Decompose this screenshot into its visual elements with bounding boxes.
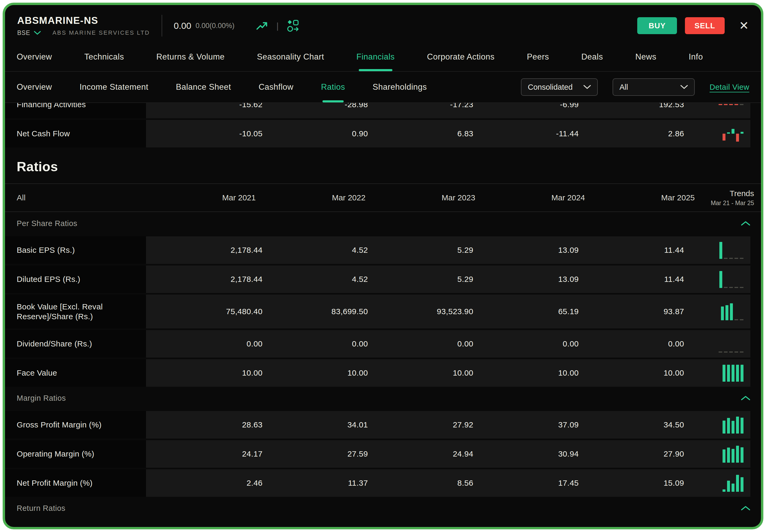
- spark-bar: [719, 271, 722, 288]
- period-select[interactable]: All: [613, 78, 695, 96]
- spark-bar: [725, 305, 728, 320]
- statement-type-select[interactable]: Consolidated: [521, 78, 598, 96]
- value-cell: 0.00: [368, 339, 473, 348]
- spark-bar: [732, 365, 734, 382]
- value-cell: 10.00: [579, 368, 684, 377]
- spark-bar: [723, 365, 725, 382]
- chevron-up-icon[interactable]: [741, 395, 750, 401]
- tab-corporate-actions[interactable]: Corporate Actions: [427, 43, 495, 71]
- value-cell: 4.52: [263, 275, 368, 284]
- spark-bar: [723, 449, 725, 463]
- row-label: Basic EPS (Rs.): [5, 236, 146, 264]
- spark-dash: [740, 319, 743, 320]
- spark-bar: [723, 489, 725, 492]
- value-cell: 0.00: [579, 339, 684, 348]
- spark-bar: [719, 242, 722, 259]
- row-label: Book Value [Excl. Reval Reserve]/Share (…: [5, 295, 146, 328]
- value-cell: 93,523.90: [368, 307, 473, 316]
- screener-shapes-icon[interactable]: [287, 19, 300, 32]
- tab-financials[interactable]: Financials: [356, 43, 395, 71]
- section-name: Per Share Ratios: [17, 219, 77, 228]
- cashflow-table: Financing Activities-15.62-28.98-17.23-6…: [5, 103, 761, 147]
- chevron-up-icon[interactable]: [741, 221, 750, 226]
- tab-deals[interactable]: Deals: [581, 43, 603, 71]
- header-divider: [161, 15, 162, 37]
- row-values: 75,480.4083,699.5093,523.9065.1993.87: [146, 295, 750, 328]
- value-cell: 2,178.44: [146, 246, 263, 255]
- trend-cell: [684, 416, 750, 434]
- row-values: 2,178.444.525.2913.0911.44: [146, 236, 750, 264]
- chevron-up-icon[interactable]: [741, 506, 750, 511]
- row-values: -15.62-28.98-17.23-6.99192.53: [146, 103, 750, 118]
- subtab-ratios[interactable]: Ratios: [321, 72, 345, 102]
- spark-bar: [727, 125, 730, 142]
- tab-returns-volume[interactable]: Returns & Volume: [156, 43, 225, 71]
- detail-view-link[interactable]: Detail View: [710, 83, 749, 92]
- section-header-margin-ratios: Margin Ratios: [5, 387, 761, 409]
- value-cell: 37.09: [473, 420, 579, 429]
- subtab-overview[interactable]: Overview: [17, 72, 52, 102]
- ratios-filter-all[interactable]: All: [5, 193, 146, 202]
- spark-dash: [734, 258, 738, 259]
- value-cell: -17.23: [368, 103, 473, 109]
- spark-dash: [729, 104, 733, 105]
- sell-button[interactable]: SELL: [685, 17, 725, 34]
- close-icon[interactable]: ✕: [739, 20, 749, 31]
- trends-col-header: Trends: [730, 189, 754, 198]
- icon-separator: |: [276, 21, 279, 31]
- value-cell: 13.09: [473, 246, 579, 255]
- trend-up-icon[interactable]: [256, 20, 269, 31]
- buy-button[interactable]: BUY: [637, 17, 677, 34]
- chevron-down-icon: [681, 85, 687, 88]
- tab-news[interactable]: News: [635, 43, 657, 71]
- tab-peers[interactable]: Peers: [527, 43, 549, 71]
- spark-bar: [736, 417, 739, 434]
- trend-cell: [684, 125, 750, 142]
- subtab-shareholdings[interactable]: Shareholdings: [373, 72, 427, 102]
- tab-technicals[interactable]: Technicals: [84, 43, 124, 71]
- value-cell: 83,699.50: [263, 307, 368, 316]
- financials-tab-bar: OverviewIncome StatementBalance SheetCas…: [5, 72, 761, 103]
- trend-cell: [684, 241, 750, 259]
- value-cell: 192.53: [579, 103, 684, 109]
- statement-type-value: Consolidated: [528, 83, 572, 92]
- row-values: 24.1727.5924.9430.9427.90: [146, 440, 750, 468]
- spark-dash: [740, 287, 743, 288]
- trend-cell: [684, 474, 750, 492]
- value-cell: 27.90: [579, 449, 684, 458]
- table-row: Dividend/Share (Rs.)0.000.000.000.000.00: [5, 330, 761, 358]
- value-cell: 8.56: [368, 479, 473, 488]
- col-header-year: Mar 2022: [256, 193, 365, 202]
- spark-bar: [730, 303, 733, 320]
- trend-sparkline: [719, 103, 743, 113]
- row-values: 2,178.444.525.2913.0911.44: [146, 265, 750, 293]
- value-cell: 34.01: [263, 420, 368, 429]
- tab-info[interactable]: Info: [689, 43, 703, 71]
- spark-dash: [724, 104, 728, 105]
- table-row: Operating Margin (%)24.1727.5924.9430.94…: [5, 440, 761, 468]
- spark-bar: [727, 418, 730, 434]
- value-cell: 34.50: [579, 420, 684, 429]
- spark-bar: [727, 365, 730, 382]
- spark-bar: [727, 448, 730, 463]
- value-cell: 65.19: [473, 307, 579, 316]
- value-cell: 10.00: [263, 368, 368, 377]
- tab-seasonality-chart[interactable]: Seasonality Chart: [257, 43, 324, 71]
- value-cell: 30.94: [473, 449, 579, 458]
- subtab-income-statement[interactable]: Income Statement: [79, 72, 148, 102]
- spark-bar: [741, 365, 743, 382]
- value-cell: 2.86: [579, 129, 684, 138]
- spark-dash: [729, 287, 733, 288]
- value-cell: -28.98: [263, 103, 368, 109]
- value-cell: 24.94: [368, 449, 473, 458]
- subtab-cashflow[interactable]: Cashflow: [259, 72, 294, 102]
- value-cell: 5.29: [368, 246, 473, 255]
- spark-dash: [724, 351, 728, 353]
- table-row: Financing Activities-15.62-28.98-17.23-6…: [5, 103, 761, 118]
- spark-dash: [734, 351, 738, 353]
- tab-overview[interactable]: Overview: [17, 43, 52, 71]
- subtab-balance-sheet[interactable]: Balance Sheet: [176, 72, 231, 102]
- exchange-dropdown-chevron-icon[interactable]: [34, 31, 41, 35]
- ratios-table: Per Share RatiosBasic EPS (Rs.)2,178.444…: [5, 212, 761, 520]
- value-cell: 4.52: [263, 246, 368, 255]
